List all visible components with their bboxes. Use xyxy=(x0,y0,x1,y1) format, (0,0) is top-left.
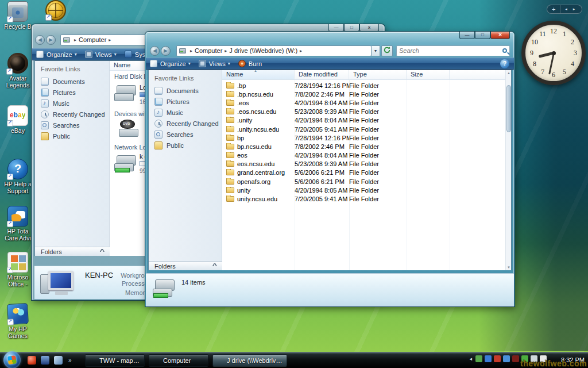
close-button[interactable]: x xyxy=(359,24,379,32)
sidebar-link[interactable]: Public xyxy=(149,140,222,151)
sidebar-link[interactable]: Music xyxy=(149,107,222,118)
scroll-up-icon[interactable]: ▲ xyxy=(506,70,511,76)
views-menu[interactable]: Views▾ xyxy=(195,58,234,69)
column-header-size[interactable]: Size xyxy=(407,70,450,79)
table-row[interactable]: openafs.org 5/6/2006 6:21 PM File Folder xyxy=(222,177,505,186)
taskbar-window-button[interactable]: J drive (\\Webdrive) ... xyxy=(212,354,287,367)
folder-icon xyxy=(226,83,234,89)
table-row[interactable]: .unity 4/20/1994 8:04 AM File Folder xyxy=(222,116,505,125)
table-row[interactable]: eos.ncsu.edu 5/23/2008 9:39 AM File Fold… xyxy=(222,160,505,168)
file-name: .unity xyxy=(237,117,252,124)
table-row[interactable]: .bp 7/28/1994 12:16 PM File Folder xyxy=(222,81,505,90)
clock-gadget[interactable]: 121234567891011 xyxy=(521,21,586,85)
column-header-name[interactable]: Name xyxy=(222,70,295,79)
sidebar-link[interactable]: Documents xyxy=(149,85,222,96)
gadget-nav-arrows[interactable]: ◂ ▸ xyxy=(560,7,582,12)
sidebar-link[interactable]: Public xyxy=(35,131,109,141)
table-row[interactable]: unity.ncsu.edu 7/20/2005 9:41 AM File Fo… xyxy=(222,194,505,203)
quick-launch-icon-3[interactable] xyxy=(54,356,63,365)
desktop-icon[interactable]: My HP Games xyxy=(1,304,34,339)
breadcrumb-segment[interactable]: ▸ J drive (\\Webdrive) (W:) xyxy=(222,47,297,54)
tray-icon[interactable] xyxy=(485,355,492,362)
sidebar-link[interactable]: Recently Changed xyxy=(149,118,222,129)
column-header-type[interactable]: Type xyxy=(349,70,407,79)
back-button[interactable]: ◀ xyxy=(150,46,160,56)
table-row[interactable]: grand.central.org 5/6/2006 6:21 PM File … xyxy=(222,168,505,177)
taskbar-window-button[interactable]: Computer xyxy=(149,354,208,367)
desktop-icon-image xyxy=(7,159,28,179)
desktop-icon[interactable]: Microso Office - xyxy=(1,252,34,288)
table-row[interactable]: unity 4/20/1994 8:05 AM File Folder xyxy=(222,186,505,194)
table-row[interactable]: .unity.ncsu.edu 7/20/2005 9:41 AM File F… xyxy=(222,125,505,133)
table-row[interactable]: eos 4/20/1994 8:04 AM File Folder xyxy=(222,151,505,160)
sidebar-link[interactable]: Searches xyxy=(35,120,109,131)
quick-launch-icon-2[interactable] xyxy=(41,356,49,365)
sidebar-link[interactable]: Music xyxy=(35,98,109,109)
network-drive-icon[interactable] xyxy=(114,154,137,174)
maximize-button[interactable]: □ xyxy=(475,32,490,39)
sidebar-link[interactable]: Searches xyxy=(149,129,222,140)
file-name: unity.ncsu.edu xyxy=(237,195,277,202)
breadcrumb-arrow-icon: ▸ xyxy=(109,37,111,43)
sidebar-link[interactable]: Documents xyxy=(35,76,109,87)
desktop-icon-image xyxy=(45,0,66,21)
close-button[interactable]: ✕ xyxy=(490,32,510,39)
add-gadget-button[interactable]: + xyxy=(547,5,560,13)
sidebar-link-icon xyxy=(154,98,163,106)
sidebar-link[interactable]: Pictures xyxy=(149,96,222,107)
tray-icon[interactable] xyxy=(512,355,519,362)
sidebar-link[interactable]: Recently Changed xyxy=(35,109,109,120)
folders-expander[interactable]: Folders^ xyxy=(35,247,110,256)
dvd-drive-icon[interactable]: DVD xyxy=(118,120,141,139)
start-button[interactable] xyxy=(3,351,21,368)
organize-menu[interactable]: Organize▾ xyxy=(32,49,81,60)
vertical-scrollbar[interactable]: ▲ ▼ xyxy=(505,70,511,270)
quick-launch-overflow-icon[interactable]: » xyxy=(68,357,72,363)
taskbar-window-button[interactable]: TWW - map ncsu n... xyxy=(85,354,145,367)
file-type: File Folder xyxy=(349,143,407,150)
folders-expander[interactable]: Folders^ xyxy=(149,261,222,270)
minimize-button[interactable]: — xyxy=(459,32,475,39)
table-row[interactable]: bp.ncsu.edu 7/8/2002 2:46 PM File Folder xyxy=(222,142,505,151)
scrollbar-thumb[interactable] xyxy=(506,85,511,132)
maximize-button[interactable]: □ xyxy=(344,24,359,32)
table-row[interactable]: .eos.ncsu.edu 5/23/2008 9:39 AM File Fol… xyxy=(222,108,505,116)
forward-button[interactable]: ▶ xyxy=(161,46,171,56)
desktop-icon[interactable]: HP Help a Support xyxy=(1,159,34,194)
desktop-icon[interactable] xyxy=(39,0,72,22)
desktop-icon[interactable]: eBay xyxy=(1,105,34,134)
file-date: 7/20/2005 9:41 AM xyxy=(295,126,349,133)
burn-button[interactable]: Burn xyxy=(234,58,266,69)
table-row[interactable]: .eos 4/20/1994 8:04 AM File Folder xyxy=(222,98,505,107)
scroll-down-icon[interactable]: ▼ xyxy=(506,264,511,270)
desktop-icon[interactable]: Avatar Legends xyxy=(1,53,34,89)
search-input[interactable] xyxy=(399,47,502,54)
minimize-button[interactable]: — xyxy=(328,24,344,32)
refresh-button[interactable] xyxy=(381,45,393,56)
quick-launch-icon-1[interactable] xyxy=(28,356,36,365)
table-row[interactable]: bp 7/28/1994 12:16 PM File Folder xyxy=(222,133,505,142)
address-dropdown-button[interactable]: ▾ xyxy=(372,45,380,56)
tray-icon[interactable] xyxy=(475,355,482,362)
tray-icon[interactable] xyxy=(494,355,501,362)
desktop-icon[interactable]: Recycle B xyxy=(1,1,34,30)
local-disk-icon[interactable] xyxy=(114,84,137,103)
clock-numeral: 8 xyxy=(533,60,536,68)
views-icon xyxy=(199,60,206,67)
clock-numeral: 1 xyxy=(563,30,566,39)
forward-button[interactable]: ▶ xyxy=(46,35,56,45)
breadcrumb-segment[interactable]: ▸ Computer xyxy=(188,47,222,54)
address-bar[interactable]: ▸ Computer ▸ J drive (\\Webdrive) (W:) ▸ xyxy=(176,45,372,56)
tray-collapse-icon[interactable]: ◂ xyxy=(469,356,472,362)
tray-icon[interactable] xyxy=(503,355,510,362)
organize-menu[interactable]: Organize▾ xyxy=(146,58,195,69)
views-menu[interactable]: Views▾ xyxy=(81,49,121,60)
help-button[interactable]: ? xyxy=(500,59,509,68)
table-row[interactable]: .bp.ncsu.edu 7/8/2002 2:46 PM File Folde… xyxy=(222,90,505,98)
sidebar-link[interactable]: Pictures xyxy=(35,87,109,98)
search-icon[interactable] xyxy=(502,48,507,53)
breadcrumb-segment[interactable]: Computer xyxy=(79,36,106,43)
back-button[interactable]: ◀ xyxy=(35,35,45,45)
desktop-icon[interactable]: HP Tota Care Advi xyxy=(1,206,34,241)
column-header-date[interactable]: Date modified xyxy=(295,70,349,79)
